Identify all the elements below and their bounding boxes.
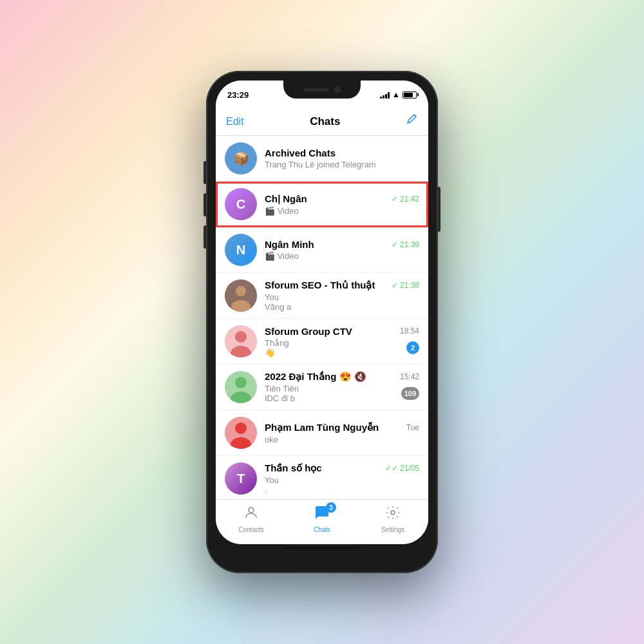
chat-time-ngan-minh: ✓ 21:39	[392, 240, 419, 249]
chat-name-pham-lam: Phạm Lam Tùng Nguyễn	[265, 422, 379, 433]
settings-icon	[385, 505, 401, 524]
status-icons: ▲	[380, 90, 417, 99]
tab-label-settings: Settings	[381, 526, 404, 533]
signal-icon	[380, 91, 390, 99]
tab-label-contacts: Contacts	[238, 526, 263, 533]
chat-time-than-so-hoc: ✓✓ 21/05	[385, 464, 419, 473]
chat-list: 📦 Archived Chats Trang Thu Lê joined Tel…	[216, 136, 428, 499]
compose-button[interactable]	[406, 114, 418, 129]
phone-screen: 23:29 ▲ Edit Chats	[216, 80, 428, 544]
wifi-icon: ▲	[392, 90, 400, 99]
chat-name-ngan-minh: Ngân Minh	[265, 239, 314, 250]
chat-name-than-so-hoc: Thần số học	[265, 462, 322, 474]
chats-icon: 3	[314, 505, 330, 524]
chat-info-ngan-minh: Ngân Minh ✓ 21:39 🎬 Video	[265, 239, 419, 261]
avatar-than-so-hoc: T	[225, 462, 257, 495]
page-title: Chats	[310, 115, 340, 128]
edit-button[interactable]: Edit	[226, 116, 244, 128]
home-indicator	[283, 547, 361, 549]
svg-point-15	[249, 507, 254, 513]
chat-name-chi-ngan: Chị Ngân	[265, 193, 307, 205]
chat-time-sforum-seo: ✓ 21:38	[392, 281, 419, 290]
chat-time-dai-thang: 15:42	[400, 372, 419, 381]
chat-row-pham-lam[interactable]: Phạm Lam Tùng Nguyễn Tue oke	[216, 410, 428, 456]
avatar-pham-lam	[225, 417, 257, 449]
chat-preview-chi-ngan: 🎬 Video	[265, 206, 419, 216]
chat-time-pham-lam: Tue	[406, 423, 419, 432]
status-time: 23:29	[227, 90, 249, 100]
svg-point-4	[235, 331, 247, 343]
chat-row-sforum-ctv[interactable]: Sforum Group CTV 18:54 Thắng👋 2	[216, 319, 428, 365]
chat-preview-sforum-seo: YouVãng a	[265, 292, 419, 312]
chat-time-chi-ngan: ✓ 21:42	[392, 194, 419, 204]
avatar-sforum-ctv	[225, 325, 257, 357]
archived-info: Archived Chats Trang Thu Lê joined Teleg…	[265, 147, 419, 169]
chat-row-ngan-minh[interactable]: N Ngân Minh ✓ 21:39 🎬 Video	[216, 227, 428, 273]
avatar-ngan-minh: N	[225, 234, 257, 266]
chat-name-sforum-seo: Sforum SEO - Thủ thuật	[265, 279, 375, 291]
chat-name-dai-thang: 2022 Đại Thắng 😍 🔇	[265, 371, 366, 383]
tab-settings[interactable]: Settings	[357, 505, 428, 533]
svg-point-7	[235, 377, 247, 388]
chat-preview-sforum-ctv: Thắng👋	[265, 338, 402, 357]
tab-label-chats: Chats	[314, 526, 330, 533]
chat-time-sforum-ctv: 18:54	[400, 327, 419, 336]
chat-info-chi-ngan: Chị Ngân ✓ 21:42 🎬 Video	[265, 193, 419, 216]
chats-badge: 3	[326, 502, 336, 513]
phone-frame: 23:29 ▲ Edit Chats	[206, 71, 438, 573]
chat-preview-than-so-hoc: You.	[265, 475, 419, 495]
badge-sforum-ctv: 2	[406, 341, 419, 354]
archived-name: Archived Chats	[265, 147, 419, 158]
svg-point-10	[235, 422, 247, 434]
chat-row-sforum-seo[interactable]: Sforum SEO - Thủ thuật ✓ 21:38 YouVãng a	[216, 273, 428, 319]
archived-preview: Trang Thu Lê joined Telegram	[265, 160, 419, 169]
avatar-sforum-seo	[225, 279, 257, 312]
chat-info-than-so-hoc: Thần số học ✓✓ 21/05 You.	[265, 462, 419, 495]
archive-icon: 📦	[233, 151, 249, 166]
app-header: Edit Chats	[216, 109, 428, 136]
archived-avatar: 📦	[225, 142, 257, 175]
avatar-chi-ngan: C	[225, 188, 257, 220]
badge-dai-thang: 109	[401, 387, 419, 400]
chat-preview-dai-thang: Tiên TiênIDC đi b	[265, 384, 397, 403]
chat-info-pham-lam: Phạm Lam Tùng Nguyễn Tue oke	[265, 422, 419, 444]
chat-row-than-so-hoc[interactable]: T Thần số học ✓✓ 21/05 You.	[216, 456, 428, 499]
archived-chats-row[interactable]: 📦 Archived Chats Trang Thu Lê joined Tel…	[216, 136, 428, 182]
tab-chats[interactable]: 3 Chats	[287, 505, 357, 533]
chat-row-dai-thang[interactable]: 2022 Đại Thắng 😍 🔇 15:42 Tiên TiênIDC đi…	[216, 365, 428, 410]
chat-preview-pham-lam: oke	[265, 435, 419, 444]
chat-info-sforum-ctv: Sforum Group CTV 18:54 Thắng👋 2	[265, 326, 419, 357]
chat-info-dai-thang: 2022 Đại Thắng 😍 🔇 15:42 Tiên TiênIDC đi…	[265, 371, 419, 403]
svg-point-1	[236, 286, 246, 296]
video-icon-chi-ngan: 🎬	[265, 206, 275, 216]
tab-bar: Contacts 3 Chats Settings	[216, 499, 428, 544]
status-bar: 23:29 ▲	[216, 80, 428, 109]
chat-row-chi-ngan[interactable]: C Chị Ngân ✓ 21:42 🎬 Video	[216, 182, 428, 227]
svg-point-16	[391, 511, 395, 515]
battery-icon	[402, 91, 417, 99]
chat-preview-ngan-minh: 🎬 Video	[265, 251, 419, 261]
chat-info-sforum-seo: Sforum SEO - Thủ thuật ✓ 21:38 YouVãng a	[265, 279, 419, 312]
chat-name-sforum-ctv: Sforum Group CTV	[265, 326, 352, 337]
video-icon-ngan-minh: 🎬	[265, 251, 275, 261]
contacts-icon	[243, 505, 259, 524]
avatar-dai-thang	[225, 371, 257, 403]
tab-contacts[interactable]: Contacts	[216, 505, 287, 533]
